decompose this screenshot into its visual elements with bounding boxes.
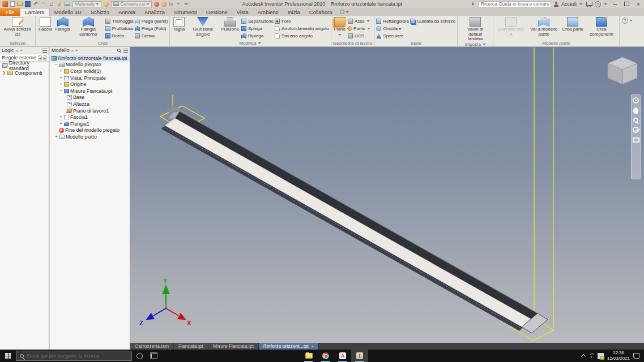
save-icon[interactable] xyxy=(25,1,31,7)
help-search-input[interactable] xyxy=(479,1,551,7)
flangia-contorno-button[interactable]: Flangia contorno xyxy=(72,16,104,40)
restore-button[interactable] xyxy=(622,1,631,7)
doc-tab-1[interactable]: Carrozzeria.iam xyxy=(130,343,174,350)
punto-button[interactable]: Punto xyxy=(348,25,370,32)
taskbar-search[interactable] xyxy=(16,351,132,361)
expand-icon[interactable] xyxy=(54,135,58,139)
navigation-wheel-icon[interactable] xyxy=(633,97,639,104)
faccia-button[interactable]: Faccia xyxy=(37,16,53,40)
tramoggia-button[interactable]: Tramoggia xyxy=(105,18,134,25)
tree-node-vista-principale[interactable]: Vista: Principale xyxy=(50,75,130,81)
tree-node-flangia1[interactable]: Flangia1 xyxy=(50,120,130,127)
separazione-button[interactable]: Separazione xyxy=(241,18,274,25)
material-combobox[interactable]: Materiale xyxy=(72,1,101,7)
appearance-ball-icon[interactable] xyxy=(104,2,109,7)
doc-tab-active[interactable]: Rinforzo orizzont...ipt × xyxy=(259,343,319,350)
arrotondamento-angolo-button[interactable]: Arrotondamento angolo xyxy=(275,25,329,32)
autocad-button[interactable] xyxy=(334,350,351,362)
store-cart-icon[interactable] xyxy=(586,2,592,6)
open-file-icon[interactable] xyxy=(17,2,23,6)
tree-node-altezza[interactable]: Altezza xyxy=(50,101,130,107)
cortana-button[interactable] xyxy=(132,350,147,362)
foro-button[interactable]: Foro xyxy=(275,18,329,25)
tab-annota[interactable]: Annota xyxy=(114,8,140,16)
ribbon-display-options[interactable] xyxy=(336,8,352,16)
expand-icon[interactable] xyxy=(59,122,63,126)
doc-tab-3[interactable]: Misure Fiancata.ipt xyxy=(208,343,259,350)
chevron-down-icon[interactable] xyxy=(604,3,607,7)
tab-analizza[interactable]: Analizza xyxy=(140,8,169,16)
taglia-button[interactable]: Taglia xyxy=(172,16,186,40)
close-button[interactable] xyxy=(634,1,643,7)
wifi-icon[interactable] xyxy=(588,354,594,358)
tab-lamiera[interactable]: Lamiera xyxy=(20,8,49,16)
taskbar-clock[interactable]: 12:36 12/03/2021 xyxy=(607,350,630,361)
expand-icon[interactable] xyxy=(59,76,63,80)
expand-icon[interactable] xyxy=(59,82,63,87)
expand-icon[interactable] xyxy=(59,115,63,119)
flangia-button[interactable]: Flangia xyxy=(54,16,71,40)
tray-expand-icon[interactable] xyxy=(581,354,586,359)
view-cube[interactable] xyxy=(606,56,639,87)
pan-icon[interactable] xyxy=(633,107,639,114)
taskbar-search-input[interactable] xyxy=(27,353,123,359)
tree-node-corpi-solidi[interactable]: Corpi solidi(1) xyxy=(50,68,130,75)
sheet-metal-part[interactable] xyxy=(161,104,548,333)
sign-in-button[interactable]: Accedi xyxy=(561,1,577,7)
zoom-icon[interactable] xyxy=(633,118,638,123)
qat-customize-icon[interactable]: ≂ xyxy=(183,1,189,7)
appearance-image-icon[interactable] xyxy=(65,2,70,6)
tab-modello-3d[interactable]: Modello 3D xyxy=(50,8,86,16)
menu-icon[interactable] xyxy=(42,49,47,53)
punzone-button[interactable]: Punzone xyxy=(220,16,240,40)
inventor-logo-icon[interactable] xyxy=(2,1,8,7)
smusso-angolo-button[interactable]: Smusso angolo xyxy=(275,32,329,40)
tray-app-icon[interactable] xyxy=(598,353,604,359)
adjust-ball2-icon[interactable] xyxy=(161,2,167,7)
expand-icon[interactable] xyxy=(59,69,63,74)
vai-a-modello-piatto-button[interactable]: Vai a modello piatto xyxy=(528,16,560,40)
circolare-button[interactable]: Circolare xyxy=(376,25,409,32)
look-at-icon[interactable] xyxy=(633,137,639,143)
guidata-da-schizzo-button[interactable]: Guidata da schizzo xyxy=(410,18,455,25)
spiega-button[interactable]: Spiega xyxy=(241,25,274,32)
home-view-icon[interactable]: ⌂ xyxy=(49,1,54,7)
collapse-icon[interactable] xyxy=(54,62,58,67)
adjust-ball-icon[interactable] xyxy=(154,2,159,7)
task-view-button[interactable] xyxy=(147,350,161,362)
search-icon[interactable] xyxy=(117,49,121,52)
collapse-icon[interactable] xyxy=(59,89,63,93)
menu-icon[interactable] xyxy=(123,49,128,53)
speculare-button[interactable]: Speculare xyxy=(376,32,409,40)
chevron-down-icon[interactable] xyxy=(579,3,583,7)
ribbon-appearance-button[interactable] xyxy=(622,18,633,24)
crea-parte-button[interactable]: Crea parte xyxy=(561,16,585,40)
tree-node-componenti[interactable]: ❯ Componenti xyxy=(0,69,49,76)
ucs-button[interactable]: UCS xyxy=(348,32,370,40)
tree-node-faccia1[interactable]: Faccia1 xyxy=(50,114,130,120)
close-icon[interactable]: × xyxy=(16,48,19,53)
tree-node-piano-di-lavoro[interactable]: Piano di lavoro1 xyxy=(50,107,130,114)
piano-button[interactable]: Piano xyxy=(333,16,347,40)
close-icon[interactable]: × xyxy=(312,344,314,349)
ripiega-button[interactable]: Ripiega xyxy=(241,32,274,40)
plus-icon[interactable]: + xyxy=(20,48,23,53)
appearance-combobox[interactable]: Galvanizzat xyxy=(111,1,152,7)
valori-default-lamiera-button[interactable]: Valori di default lamiera xyxy=(459,16,491,42)
giunzione-angolo-button[interactable]: Giunzione angolo xyxy=(187,16,219,40)
tab-vista[interactable]: Vista xyxy=(232,8,253,16)
doc-tab-2[interactable]: Fiancata.ipt xyxy=(174,343,208,350)
action-center-icon[interactable] xyxy=(633,353,639,359)
chrome-button[interactable] xyxy=(317,350,334,362)
asse-button[interactable]: Asse xyxy=(348,18,370,25)
file-explorer-button[interactable] xyxy=(300,350,317,362)
tab-gestione[interactable]: Gestione xyxy=(202,8,232,16)
tree-node-base[interactable]: Base xyxy=(50,94,130,101)
piega-bend-button[interactable]: Piega (Bend) xyxy=(135,18,168,25)
tab-collabora[interactable]: Collabora xyxy=(305,8,337,16)
crea-componenti-button[interactable]: Crea componenti xyxy=(586,16,617,40)
tab-strumenti[interactable]: Strumenti xyxy=(169,8,202,16)
deriva-button[interactable]: Deriva xyxy=(135,32,168,40)
expand-icon[interactable]: ❯ xyxy=(2,71,6,75)
tree-node-modello-piegato[interactable]: Modello piegato xyxy=(50,62,130,68)
